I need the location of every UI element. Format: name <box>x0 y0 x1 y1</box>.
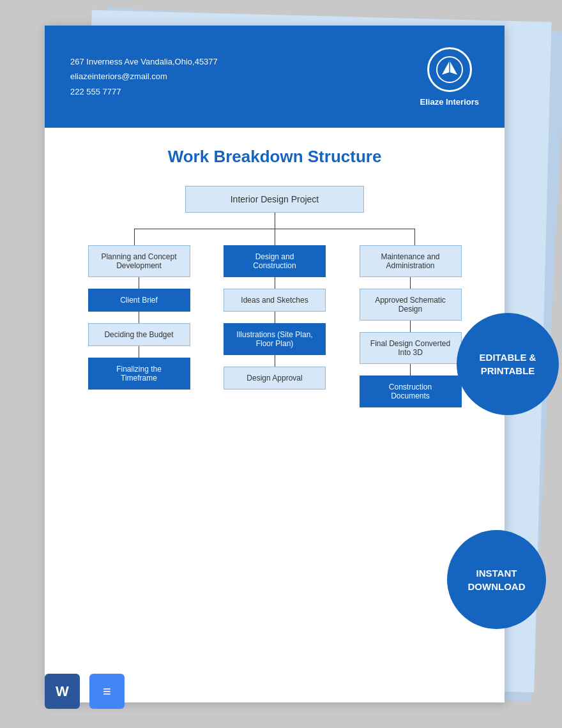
word-letter: W <box>56 683 69 700</box>
phone: 222 555 7777 <box>70 84 218 99</box>
columns-row: Planning and Concept Development Client … <box>70 245 479 407</box>
column-3: Maintenance and Administration Approved … <box>348 245 473 407</box>
vline-3-1 <box>410 277 411 289</box>
download-badge-text: INSTANTDOWNLOAD <box>468 566 526 593</box>
node-approved-schematic: Approved Schematic Design <box>360 289 462 321</box>
node-illustrations: Illustrations (Site Plan, Floor Plan) <box>224 323 326 355</box>
docs-icon: ≡ <box>89 674 125 709</box>
editable-badge: EDITABLE &PRINTABLE <box>457 313 559 415</box>
logo-icon <box>436 56 464 84</box>
node-planning: Planning and Concept Development <box>88 245 190 277</box>
node-ideas-sketches: Ideas and Sketches <box>224 289 326 312</box>
vline-2-2 <box>275 312 275 323</box>
branch-line-2 <box>275 229 275 245</box>
node-construction-docs: Construction Documents <box>360 375 462 407</box>
editable-badge-text: EDITABLE &PRINTABLE <box>480 351 536 377</box>
column-2: Design and Construction Ideas and Sketch… <box>213 245 337 407</box>
root-node: Interior Design Project <box>185 186 364 213</box>
email: eliazeinteriors@zmail.com <box>70 69 218 84</box>
node-design-construction: Design and Construction <box>224 245 326 277</box>
logo-area: Eliaze Interiors <box>420 47 479 107</box>
main-document: 267 Inverness Ave Vandalia,Ohio,45377 el… <box>45 26 505 702</box>
root-vline <box>275 213 275 229</box>
address: 267 Inverness Ave Vandalia,Ohio,45377 <box>70 54 218 69</box>
node-final-design: Final Design Converted Into 3D <box>360 332 462 364</box>
wbs-chart: Interior Design Project Planning and Con… <box>70 186 479 407</box>
document-header: 267 Inverness Ave Vandalia,Ohio,45377 el… <box>45 26 505 128</box>
vline-2-3 <box>275 355 275 367</box>
branch-line-1 <box>134 229 135 245</box>
node-timeframe: Finalizing the Timeframe <box>88 358 190 390</box>
vline-2-1 <box>275 277 275 289</box>
vline-1-3 <box>139 346 139 358</box>
vline-3-3 <box>410 364 411 375</box>
node-budget: Deciding the Budget <box>88 323 190 346</box>
column-1: Planning and Concept Development Client … <box>77 245 201 407</box>
branch-line-3 <box>414 229 415 245</box>
vline-3-2 <box>410 321 411 332</box>
download-badge: INSTANTDOWNLOAD <box>447 530 546 629</box>
hline-top <box>134 229 415 229</box>
docs-lines-icon: ≡ <box>103 683 111 700</box>
branches-container <box>134 229 415 245</box>
node-design-approval: Design Approval <box>224 367 326 390</box>
logo-circle <box>427 47 472 92</box>
logo-text: Eliaze Interiors <box>420 97 479 107</box>
contact-info: 267 Inverness Ave Vandalia,Ohio,45377 el… <box>70 54 218 99</box>
bottom-icons: W ≡ <box>45 674 125 709</box>
word-icon: W <box>45 674 80 709</box>
document-title: Work Breakdown Structure <box>70 147 479 167</box>
document-body: Work Breakdown Structure Interior Design… <box>45 128 505 433</box>
node-client-brief: Client Brief <box>88 289 190 312</box>
vline-1-2 <box>139 312 139 323</box>
vline-1-1 <box>139 277 139 289</box>
node-maintenance: Maintenance and Administration <box>360 245 462 277</box>
